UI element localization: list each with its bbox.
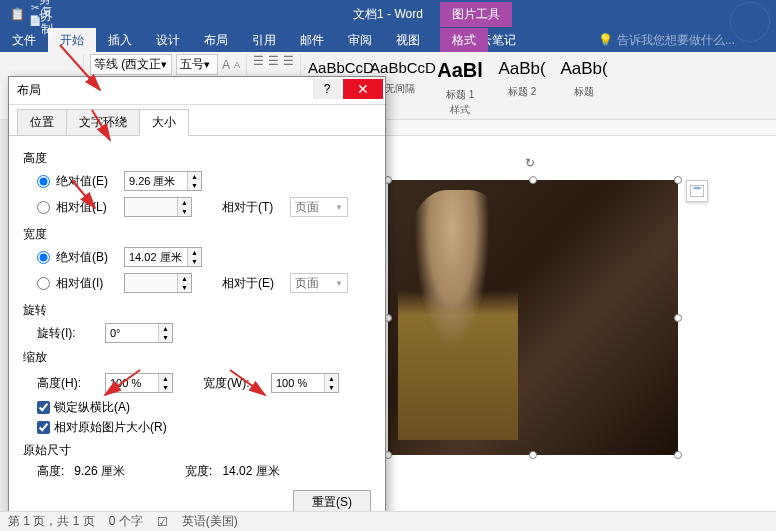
selected-image[interactable]: ↻	[388, 180, 678, 455]
resize-handle-tr[interactable]	[674, 176, 682, 184]
spinner-down-icon[interactable]: ▼	[188, 181, 201, 190]
decrease-font-icon[interactable]: A	[234, 60, 240, 70]
section-original: 原始尺寸	[23, 442, 371, 459]
dialog-tab-position[interactable]: 位置	[17, 109, 67, 136]
rotate-spinner[interactable]: ▲▼	[105, 323, 173, 343]
multilevel-icon[interactable]: ☰	[283, 54, 294, 68]
width-relative-input	[125, 274, 177, 292]
section-scale: 缩放	[23, 349, 371, 366]
rotate-label: 旋转(I):	[37, 325, 99, 342]
height-absolute-input[interactable]	[125, 172, 187, 190]
spinner-up-icon[interactable]: ▲	[188, 172, 201, 181]
section-height: 高度	[23, 150, 371, 167]
dialog-titlebar[interactable]: 布局 ? ✕	[9, 77, 385, 105]
tab-view[interactable]: 视图	[384, 28, 432, 52]
tab-review[interactable]: 审阅	[336, 28, 384, 52]
style-heading1[interactable]: AaBl标题 1	[431, 54, 489, 102]
dialog-tab-size[interactable]: 大小	[139, 109, 189, 136]
layout-dialog: 布局 ? ✕ 位置 文字环绕 大小 高度 绝对值(E) ▲▼ 相对值(L) ▲▼…	[8, 76, 386, 531]
height-relative-label: 相对值(L)	[56, 199, 118, 216]
height-absolute-spinner[interactable]: ▲▼	[124, 171, 202, 191]
copy-label: 复制	[41, 4, 53, 38]
orig-h-label: 高度:	[37, 464, 64, 478]
lightbulb-icon: 💡	[598, 33, 613, 47]
chevron-down-icon: ▼	[335, 279, 343, 288]
width-absolute-spinner[interactable]: ▲▼	[124, 247, 202, 267]
width-absolute-label: 绝对值(B)	[56, 249, 118, 266]
height-relative-spinner[interactable]: ▲▼	[124, 197, 192, 217]
height-absolute-label: 绝对值(E)	[56, 173, 118, 190]
dialog-tab-wrap[interactable]: 文字环绕	[66, 109, 140, 136]
height-relto-value: 页面	[295, 199, 319, 216]
picture-tools-context: 图片工具	[440, 2, 512, 27]
scale-h-input[interactable]	[106, 374, 158, 392]
dialog-body: 高度 绝对值(E) ▲▼ 相对值(L) ▲▼ 相对于(T) 页面▼ 宽度 绝对值…	[9, 135, 385, 529]
orig-h-value: 9.26 厘米	[74, 464, 125, 478]
rotate-handle-icon[interactable]: ↻	[525, 156, 541, 172]
watermark-icon	[730, 2, 770, 42]
increase-font-icon[interactable]: A	[222, 58, 230, 72]
document-title: 文档1 - Word	[353, 6, 423, 23]
scale-h-label: 高度(H):	[37, 375, 99, 392]
section-width: 宽度	[23, 226, 371, 243]
resize-handle-r[interactable]	[674, 314, 682, 322]
quick-access-toolbar: 📋 ✂ 剪切 📄 复制	[8, 2, 50, 27]
chevron-down-icon: ▼	[335, 203, 343, 212]
tab-design[interactable]: 设计	[144, 28, 192, 52]
height-relative-radio[interactable]	[37, 201, 50, 214]
resize-handle-br[interactable]	[674, 451, 682, 459]
dialog-close-button[interactable]: ✕	[343, 79, 383, 99]
tab-references[interactable]: 引用	[240, 28, 288, 52]
status-words[interactable]: 0 个字	[109, 513, 143, 530]
tell-me-placeholder: 告诉我您想要做什么...	[617, 32, 735, 49]
resize-handle-t[interactable]	[529, 176, 537, 184]
width-relative-radio[interactable]	[37, 277, 50, 290]
orig-w-label: 宽度:	[185, 464, 212, 478]
copy-button[interactable]: 📄 复制	[32, 15, 50, 27]
style-title[interactable]: AaBb(标题	[555, 54, 613, 102]
tab-layout[interactable]: 布局	[192, 28, 240, 52]
width-relative-spinner[interactable]: ▲▼	[124, 273, 192, 293]
font-name-combo[interactable]: 等线 (西文正▾	[90, 54, 172, 75]
style-heading2[interactable]: AaBb(标题 2	[493, 54, 551, 102]
relative-original-checkbox[interactable]	[37, 421, 50, 434]
width-absolute-radio[interactable]	[37, 251, 50, 264]
font-size-combo[interactable]: 五号▾	[176, 54, 218, 75]
title-bar: 📋 ✂ 剪切 📄 复制 文档1 - Word 图片工具	[0, 0, 776, 28]
status-language[interactable]: 英语(美国)	[182, 513, 238, 530]
scale-w-label: 宽度(W):	[203, 375, 265, 392]
section-rotate: 旋转	[23, 302, 371, 319]
lock-aspect-label: 锁定纵横比(A)	[54, 399, 130, 416]
dialog-tabs: 位置 文字环绕 大小	[9, 105, 385, 136]
scale-w-spinner[interactable]: ▲▼	[271, 373, 339, 393]
dialog-help-button[interactable]: ?	[313, 79, 341, 99]
numbering-icon[interactable]: ☰	[268, 54, 279, 68]
lock-aspect-checkbox[interactable]	[37, 401, 50, 414]
resize-handle-b[interactable]	[529, 451, 537, 459]
width-relto-value: 页面	[295, 275, 319, 292]
rotate-input[interactable]	[106, 324, 158, 342]
scale-w-input[interactable]	[272, 374, 324, 392]
layout-options-button[interactable]	[686, 180, 708, 202]
tab-home[interactable]: 开始	[48, 28, 96, 52]
height-relto-combo[interactable]: 页面▼	[290, 197, 348, 217]
font-name-value: 等线 (西文正	[94, 56, 161, 73]
width-relto-combo[interactable]: 页面▼	[290, 273, 348, 293]
height-relto-label: 相对于(T)	[222, 199, 284, 216]
width-absolute-input[interactable]	[125, 248, 187, 266]
ribbon-tabs: 文件 开始 插入 设计 布局 引用 邮件 审阅 视图 保存到云笔记 格式 💡 告…	[0, 28, 776, 52]
status-page[interactable]: 第 1 页，共 1 页	[8, 513, 95, 530]
status-proofing-icon[interactable]: ☑	[157, 515, 168, 529]
dialog-title: 布局	[17, 82, 41, 99]
tab-format[interactable]: 格式	[440, 28, 488, 53]
scale-h-spinner[interactable]: ▲▼	[105, 373, 173, 393]
height-relative-input	[125, 198, 177, 216]
font-size-value: 五号	[180, 56, 204, 73]
tab-insert[interactable]: 插入	[96, 28, 144, 52]
bullets-icon[interactable]: ☰	[253, 54, 264, 68]
paste-icon[interactable]: 📋	[8, 5, 26, 23]
tell-me-search[interactable]: 💡 告诉我您想要做什么...	[598, 28, 735, 52]
height-absolute-radio[interactable]	[37, 175, 50, 188]
tab-mailings[interactable]: 邮件	[288, 28, 336, 52]
image-content	[388, 180, 678, 455]
